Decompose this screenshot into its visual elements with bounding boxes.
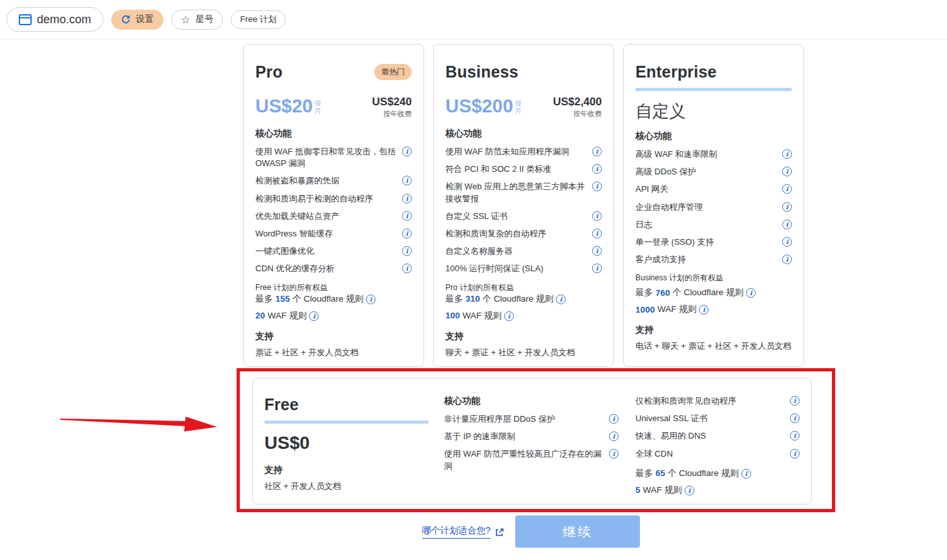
feature-text: 自定义名称服务器 [445, 245, 518, 257]
feature-row: 一键式图像优化 i [255, 245, 412, 257]
waf-rules-line: 20 WAF 规则 i [255, 310, 412, 322]
info-icon[interactable]: i [790, 396, 800, 406]
plans-row: Pro 最热门 US$20按月 US$240 按年收费 核心功能 使用 WAF … [243, 44, 804, 367]
monthly-price: US$20按月 [255, 96, 323, 117]
info-icon[interactable]: i [609, 414, 619, 424]
info-icon[interactable]: i [685, 486, 694, 495]
rules-suffix: 个 Cloudflare 规则 [483, 293, 554, 305]
info-icon[interactable]: i [402, 194, 412, 203]
info-icon[interactable]: i [402, 211, 412, 221]
info-icon[interactable]: i [790, 431, 800, 441]
plan-card-business[interactable]: Business US$200按月 US$2,400 按年收费 核心功能 使用 … [433, 44, 614, 367]
info-icon[interactable]: i [592, 229, 602, 238]
rules-suffix: 个 Cloudflare 规则 [668, 468, 739, 479]
rules-prefix: 最多 [635, 468, 653, 479]
info-icon[interactable]: i [402, 264, 412, 273]
info-icon[interactable]: i [699, 305, 708, 315]
waf-rules-line: 1000 WAF 规则 i [635, 304, 792, 315]
feature-row: 企业自动程序管理 i [635, 202, 792, 213]
cloudflare-rules-line: 最多 760 个 Cloudflare 规则 i [635, 287, 792, 298]
feature-row: 使用 WAF 抵御零日和常见攻击，包括 OWASP 漏洞 i [255, 146, 412, 169]
feature-text: 客户成功支持 [635, 254, 691, 265]
price-period: 按月 [315, 99, 323, 115]
info-icon[interactable]: i [504, 311, 514, 321]
info-icon[interactable]: i [609, 449, 619, 459]
which-plan-link[interactable]: 哪个计划适合您? [422, 525, 504, 539]
plan-card-free[interactable]: Free US$0 支持 社区 + 开发人员文档 核心功能 非计量应用程序层 D… [252, 378, 812, 504]
plan-card-header: Enterprise [635, 63, 792, 81]
info-icon[interactable]: i [782, 149, 792, 159]
support-heading: 支持 [635, 324, 792, 336]
info-icon[interactable]: i [746, 288, 756, 298]
annual-price: US$2,400 按年收费 [553, 96, 602, 119]
feature-text: API 网关 [635, 183, 674, 195]
feature-row: 高级 WAF 和速率限制 i [635, 149, 792, 160]
rules-suffix: 个 Cloudflare 规则 [673, 287, 744, 298]
feature-row: CDN 优化的缓存分析 i [255, 263, 412, 275]
settings-button[interactable]: 设置 [111, 10, 164, 30]
price-amount: US$0 [264, 433, 429, 453]
price-row: US$200按月 US$2,400 按年收费 [445, 96, 602, 123]
plan-accent-bar [264, 420, 429, 424]
support-block: 支持 社区 + 开发人员文档 [264, 455, 429, 492]
feature-row: 100% 运行时间保证 (SLA) i [445, 263, 602, 275]
info-icon[interactable]: i [790, 413, 800, 423]
features-heading: 核心功能 [445, 128, 602, 140]
current-plan-badge[interactable]: Free 计划 [231, 10, 285, 29]
info-icon[interactable]: i [782, 202, 792, 212]
info-icon[interactable]: i [741, 469, 751, 479]
info-icon[interactable]: i [592, 211, 602, 221]
features-heading: 核心功能 [635, 130, 792, 142]
feature-row: 使用 WAF 防范严重性较高且广泛存在的漏洞 i [444, 448, 619, 472]
plan-card-pro[interactable]: Pro 最热门 US$20按月 US$240 按年收费 核心功能 使用 WAF … [243, 44, 424, 367]
info-icon[interactable]: i [309, 311, 319, 321]
site-selector[interactable]: demo.com [6, 7, 103, 32]
info-icon[interactable]: i [782, 254, 792, 264]
info-icon[interactable]: i [402, 176, 412, 185]
star-label: 星号 [195, 14, 213, 25]
info-icon[interactable]: i [592, 181, 602, 191]
refresh-icon [121, 15, 131, 25]
inherit-note: Pro 计划的所有权益 [445, 282, 602, 293]
feature-text: CDN 优化的缓存分析 [255, 263, 340, 275]
feature-row: 自定义 SSL 证书 i [445, 211, 602, 222]
continue-button[interactable]: 继续 [515, 515, 640, 548]
plan-name: Pro [255, 63, 282, 81]
info-icon[interactable]: i [790, 449, 800, 459]
plan-limits: 最多 155 个 Cloudflare 规则 i 20 WAF 规则 i 支持 … [255, 293, 412, 358]
info-icon[interactable]: i [402, 246, 412, 256]
info-icon[interactable]: i [366, 295, 376, 304]
info-icon[interactable]: i [782, 184, 792, 194]
feature-row: API 网关 i [635, 183, 792, 195]
support-heading: 支持 [264, 464, 429, 476]
feature-row: 检测被盗和暴露的凭据 i [255, 175, 412, 187]
price-amount: US$200 [445, 96, 513, 116]
free-core-features-column: 核心功能 非计量应用程序层 DDoS 保护 i 基于 IP 的速率限制 i 使用… [444, 395, 635, 492]
info-icon[interactable]: i [592, 164, 602, 174]
info-icon[interactable]: i [402, 229, 412, 238]
feature-text: 使用 WAF 防范严重性较高且广泛存在的漏洞 [444, 448, 609, 472]
info-icon[interactable]: i [592, 147, 602, 156]
site-name: demo.com [37, 13, 91, 26]
feature-row: 检测和质询易于检测的自动程序 i [255, 193, 412, 205]
info-icon[interactable]: i [609, 431, 619, 441]
info-icon[interactable]: i [592, 264, 602, 273]
info-icon[interactable]: i [782, 167, 792, 176]
info-icon[interactable]: i [782, 220, 792, 229]
rules-prefix: 最多 [445, 293, 463, 305]
feature-row: WordPress 智能缓存 i [255, 228, 412, 240]
feature-row: 仅检测和质询常见自动程序 i [635, 395, 800, 407]
feature-text: 高级 WAF 和速率限制 [635, 149, 723, 160]
inherit-note: Free 计划的所有权益 [255, 282, 412, 293]
settings-label: 设置 [136, 14, 154, 25]
info-icon[interactable]: i [592, 246, 602, 256]
plan-card-enterprise[interactable]: Enterprise 自定义 核心功能 高级 WAF 和速率限制 i 高级 DD… [623, 44, 804, 367]
waf-suffix: WAF 规则 [643, 484, 682, 496]
star-button[interactable]: ☆ 星号 [171, 10, 223, 30]
which-plan-link-label: 哪个计划适合您? [422, 525, 491, 539]
info-icon[interactable]: i [556, 295, 566, 304]
info-icon[interactable]: i [782, 237, 792, 247]
feature-row: 优先加载关键站点资产 i [255, 211, 412, 222]
feature-row: 全球 CDN i [635, 448, 800, 460]
info-icon[interactable]: i [402, 147, 412, 156]
